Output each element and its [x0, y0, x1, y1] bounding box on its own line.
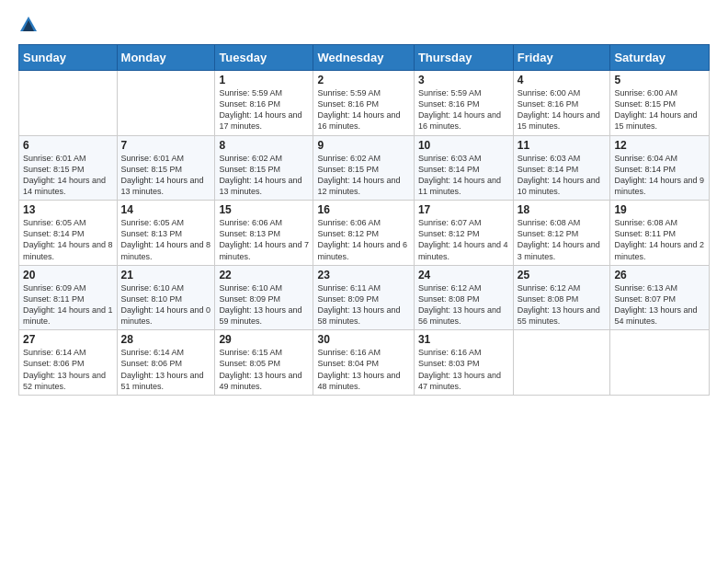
day-number: 13	[23, 203, 113, 216]
day-number: 27	[23, 333, 113, 346]
calendar-cell: 27Sunrise: 6:14 AM Sunset: 8:06 PM Dayli…	[19, 330, 118, 396]
weekday-header: Thursday	[414, 45, 513, 71]
day-info: Sunrise: 6:08 AM Sunset: 8:11 PM Dayligh…	[614, 217, 705, 262]
day-info: Sunrise: 6:00 AM Sunset: 8:16 PM Dayligh…	[518, 87, 607, 132]
day-info: Sunrise: 6:06 AM Sunset: 8:12 PM Dayligh…	[317, 217, 409, 262]
day-number: 25	[518, 269, 607, 282]
weekday-header: Friday	[513, 45, 610, 71]
day-info: Sunrise: 6:01 AM Sunset: 8:15 PM Dayligh…	[23, 153, 113, 198]
day-number: 22	[219, 269, 309, 282]
calendar-cell: 7Sunrise: 6:01 AM Sunset: 8:15 PM Daylig…	[117, 135, 215, 201]
calendar-cell: 4Sunrise: 6:00 AM Sunset: 8:16 PM Daylig…	[513, 71, 610, 136]
weekday-header: Wednesday	[313, 45, 414, 71]
day-number: 30	[317, 333, 409, 346]
calendar-cell: 17Sunrise: 6:07 AM Sunset: 8:12 PM Dayli…	[414, 201, 513, 266]
day-number: 14	[121, 203, 211, 216]
calendar-cell	[19, 71, 118, 136]
day-info: Sunrise: 6:05 AM Sunset: 8:13 PM Dayligh…	[121, 217, 211, 262]
day-info: Sunrise: 6:02 AM Sunset: 8:15 PM Dayligh…	[317, 153, 409, 198]
day-info: Sunrise: 6:07 AM Sunset: 8:12 PM Dayligh…	[418, 217, 509, 262]
day-number: 12	[614, 139, 705, 152]
day-info: Sunrise: 6:16 AM Sunset: 8:04 PM Dayligh…	[317, 347, 409, 392]
day-number: 5	[614, 74, 705, 86]
day-number: 15	[219, 203, 309, 216]
calendar-cell: 3Sunrise: 5:59 AM Sunset: 8:16 PM Daylig…	[414, 71, 513, 136]
logo-icon	[18, 15, 39, 35]
day-info: Sunrise: 6:05 AM Sunset: 8:14 PM Dayligh…	[23, 217, 113, 262]
calendar-cell: 14Sunrise: 6:05 AM Sunset: 8:13 PM Dayli…	[117, 201, 215, 266]
day-number: 1	[219, 74, 309, 86]
weekday-header: Saturday	[610, 45, 710, 71]
day-info: Sunrise: 6:01 AM Sunset: 8:15 PM Dayligh…	[121, 153, 211, 198]
day-number: 18	[518, 203, 607, 216]
calendar-week-row: 13Sunrise: 6:05 AM Sunset: 8:14 PM Dayli…	[19, 201, 710, 266]
day-info: Sunrise: 6:10 AM Sunset: 8:09 PM Dayligh…	[219, 282, 309, 327]
calendar-cell: 6Sunrise: 6:01 AM Sunset: 8:15 PM Daylig…	[19, 135, 118, 201]
day-info: Sunrise: 6:04 AM Sunset: 8:14 PM Dayligh…	[614, 153, 705, 198]
day-number: 28	[121, 333, 211, 346]
calendar-week-row: 6Sunrise: 6:01 AM Sunset: 8:15 PM Daylig…	[19, 135, 710, 201]
day-number: 8	[219, 139, 309, 152]
logo	[18, 15, 42, 35]
day-number: 4	[518, 74, 607, 86]
calendar-cell: 11Sunrise: 6:03 AM Sunset: 8:14 PM Dayli…	[513, 135, 610, 201]
calendar-cell: 16Sunrise: 6:06 AM Sunset: 8:12 PM Dayli…	[313, 201, 414, 266]
calendar-cell: 24Sunrise: 6:12 AM Sunset: 8:08 PM Dayli…	[414, 265, 513, 330]
day-number: 2	[317, 74, 409, 86]
day-number: 6	[23, 139, 113, 152]
calendar: SundayMondayTuesdayWednesdayThursdayFrid…	[18, 44, 710, 396]
calendar-cell: 10Sunrise: 6:03 AM Sunset: 8:14 PM Dayli…	[414, 135, 513, 201]
day-number: 26	[614, 269, 705, 282]
day-number: 31	[418, 333, 509, 346]
calendar-cell: 15Sunrise: 6:06 AM Sunset: 8:13 PM Dayli…	[215, 201, 313, 266]
calendar-cell	[513, 330, 610, 396]
weekday-header: Sunday	[19, 45, 118, 71]
calendar-cell: 19Sunrise: 6:08 AM Sunset: 8:11 PM Dayli…	[610, 201, 710, 266]
day-info: Sunrise: 6:10 AM Sunset: 8:10 PM Dayligh…	[121, 282, 211, 327]
day-info: Sunrise: 6:13 AM Sunset: 8:07 PM Dayligh…	[614, 282, 705, 327]
calendar-cell: 2Sunrise: 5:59 AM Sunset: 8:16 PM Daylig…	[313, 71, 414, 136]
weekday-header: Tuesday	[215, 45, 313, 71]
day-info: Sunrise: 6:15 AM Sunset: 8:05 PM Dayligh…	[219, 347, 309, 392]
calendar-cell	[610, 330, 710, 396]
day-info: Sunrise: 6:08 AM Sunset: 8:12 PM Dayligh…	[518, 217, 607, 262]
calendar-cell	[117, 71, 215, 136]
calendar-week-row: 1Sunrise: 5:59 AM Sunset: 8:16 PM Daylig…	[19, 71, 710, 136]
page: SundayMondayTuesdayWednesdayThursdayFrid…	[0, 0, 728, 563]
calendar-cell: 13Sunrise: 6:05 AM Sunset: 8:14 PM Dayli…	[19, 201, 118, 266]
calendar-week-row: 27Sunrise: 6:14 AM Sunset: 8:06 PM Dayli…	[19, 330, 710, 396]
day-info: Sunrise: 6:14 AM Sunset: 8:06 PM Dayligh…	[121, 347, 211, 392]
day-info: Sunrise: 6:03 AM Sunset: 8:14 PM Dayligh…	[518, 153, 607, 198]
calendar-cell: 31Sunrise: 6:16 AM Sunset: 8:03 PM Dayli…	[414, 330, 513, 396]
day-number: 10	[418, 139, 509, 152]
calendar-cell: 30Sunrise: 6:16 AM Sunset: 8:04 PM Dayli…	[313, 330, 414, 396]
day-info: Sunrise: 6:03 AM Sunset: 8:14 PM Dayligh…	[418, 153, 509, 198]
calendar-cell: 21Sunrise: 6:10 AM Sunset: 8:10 PM Dayli…	[117, 265, 215, 330]
weekday-header-row: SundayMondayTuesdayWednesdayThursdayFrid…	[19, 45, 710, 71]
calendar-cell: 22Sunrise: 6:10 AM Sunset: 8:09 PM Dayli…	[215, 265, 313, 330]
day-info: Sunrise: 6:14 AM Sunset: 8:06 PM Dayligh…	[23, 347, 113, 392]
day-number: 24	[418, 269, 509, 282]
day-info: Sunrise: 6:00 AM Sunset: 8:15 PM Dayligh…	[614, 87, 705, 132]
day-info: Sunrise: 6:16 AM Sunset: 8:03 PM Dayligh…	[418, 347, 509, 392]
day-number: 11	[518, 139, 607, 152]
calendar-week-row: 20Sunrise: 6:09 AM Sunset: 8:11 PM Dayli…	[19, 265, 710, 330]
calendar-cell: 26Sunrise: 6:13 AM Sunset: 8:07 PM Dayli…	[610, 265, 710, 330]
calendar-cell: 8Sunrise: 6:02 AM Sunset: 8:15 PM Daylig…	[215, 135, 313, 201]
day-number: 9	[317, 139, 409, 152]
calendar-cell: 1Sunrise: 5:59 AM Sunset: 8:16 PM Daylig…	[215, 71, 313, 136]
header	[18, 15, 710, 35]
day-info: Sunrise: 6:09 AM Sunset: 8:11 PM Dayligh…	[23, 282, 113, 327]
day-number: 17	[418, 203, 509, 216]
day-number: 20	[23, 269, 113, 282]
calendar-cell: 28Sunrise: 6:14 AM Sunset: 8:06 PM Dayli…	[117, 330, 215, 396]
calendar-cell: 25Sunrise: 6:12 AM Sunset: 8:08 PM Dayli…	[513, 265, 610, 330]
day-number: 21	[121, 269, 211, 282]
day-info: Sunrise: 5:59 AM Sunset: 8:16 PM Dayligh…	[317, 87, 409, 132]
day-info: Sunrise: 5:59 AM Sunset: 8:16 PM Dayligh…	[219, 87, 309, 132]
calendar-cell: 20Sunrise: 6:09 AM Sunset: 8:11 PM Dayli…	[19, 265, 118, 330]
day-number: 19	[614, 203, 705, 216]
day-info: Sunrise: 6:06 AM Sunset: 8:13 PM Dayligh…	[219, 217, 309, 262]
weekday-header: Monday	[117, 45, 215, 71]
day-info: Sunrise: 6:11 AM Sunset: 8:09 PM Dayligh…	[317, 282, 409, 327]
